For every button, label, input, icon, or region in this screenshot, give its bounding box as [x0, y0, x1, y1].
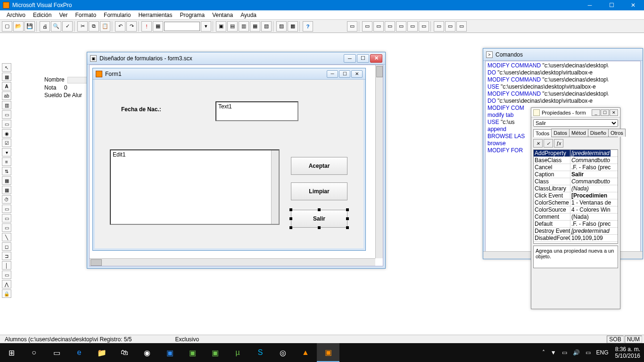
data-env-icon[interactable]: ▭	[362, 21, 372, 32]
form-icon[interactable]: ▣	[216, 21, 226, 32]
utorrent-icon[interactable]: µ	[226, 343, 249, 362]
copy-icon[interactable]: ⧉	[89, 21, 99, 32]
color-icon[interactable]: ▭	[396, 21, 406, 32]
prop-row[interactable]: AddProperty[predeterminad	[534, 150, 611, 157]
save-icon[interactable]: 💾	[25, 21, 35, 32]
open-icon[interactable]: 📂	[13, 21, 24, 32]
autoform-icon[interactable]: ▤	[227, 21, 238, 32]
tray-shield-icon[interactable]: ▼	[548, 349, 559, 356]
close-button[interactable]: ✕	[622, 0, 644, 10]
menu-programa[interactable]: Programa	[176, 12, 208, 18]
prop-cancel-button[interactable]: ✕	[533, 139, 543, 148]
textbox-ctrl-icon[interactable]: ab	[2, 91, 11, 100]
prop-row[interactable]: ClassCommandbutto	[534, 178, 618, 185]
foxpro-taskbar-icon[interactable]: ▣	[317, 343, 339, 362]
start-button[interactable]: ⊞	[0, 343, 23, 362]
new-icon[interactable]: ▢	[2, 21, 12, 32]
prop-accept-button[interactable]: ✓	[544, 139, 553, 148]
app2-icon[interactable]: ▣	[181, 343, 204, 362]
label-icon[interactable]: ▦	[250, 21, 260, 32]
separator-ctrl-icon[interactable]: │	[2, 261, 11, 270]
container-ctrl-icon[interactable]: ⊐	[2, 252, 11, 260]
props-icon[interactable]: ▭	[373, 21, 384, 32]
spinner-ctrl-icon[interactable]: ⇅	[2, 167, 11, 175]
print-icon[interactable]: 🖨	[40, 21, 50, 32]
disc-icon[interactable]: ◎	[272, 343, 294, 362]
designer-min-button[interactable]: ─	[344, 54, 356, 63]
wizard-icon[interactable]: ▨	[276, 21, 287, 32]
edge-icon[interactable]: e	[68, 343, 91, 362]
tab-datos[interactable]: Datos	[551, 129, 570, 137]
form1-window[interactable]: Form1 ─ ☐ ✕ Fecha de Nac.: Text1 Edit1 A…	[92, 68, 366, 251]
editbox-ctrl-icon[interactable]: ▥	[2, 101, 11, 109]
menu-ventana[interactable]: Ventana	[208, 12, 237, 18]
olebound-ctrl-icon[interactable]: ▭	[2, 223, 11, 232]
properties-object-combo[interactable]: Salir	[533, 119, 618, 127]
app1-icon[interactable]: ▣	[158, 343, 181, 362]
explorer-icon[interactable]: 📁	[91, 343, 113, 362]
prop-row[interactable]: BaseClassCommandbutto	[534, 157, 618, 164]
tray-network-icon[interactable]: ▭	[559, 349, 570, 356]
menu-formulario[interactable]: Formulario	[100, 12, 134, 18]
prop-row[interactable]: Comment(Nada)	[534, 214, 618, 221]
modify-icon[interactable]: ▦	[153, 21, 163, 32]
chevron-down-icon[interactable]: ▾	[201, 21, 211, 32]
taskview-icon[interactable]: ▭	[45, 343, 68, 362]
designer-vscroll[interactable]	[375, 65, 383, 258]
lock-icon[interactable]: ▭	[434, 21, 444, 32]
tab-diseno[interactable]: Diseño	[588, 129, 609, 137]
properties-grid[interactable]: AddProperty[predeterminadAutoSize.F. - F…	[533, 149, 618, 244]
field-nombre[interactable]	[67, 77, 87, 83]
undo-icon[interactable]: ↶	[115, 21, 125, 32]
list-ctrl-icon[interactable]: ≡	[2, 157, 11, 166]
run2-icon[interactable]: ▭	[456, 21, 467, 32]
properties-close-button[interactable]: ✕	[610, 109, 618, 116]
menu-ver[interactable]: Ver	[55, 12, 71, 18]
prop-row[interactable]: CaptionSalir	[534, 171, 618, 178]
ole-ctrl-icon[interactable]: ▭	[2, 214, 11, 222]
timer-ctrl-icon[interactable]: ⏱	[2, 195, 11, 204]
paste-icon[interactable]: 📋	[100, 21, 110, 32]
form1-min-button[interactable]: ─	[327, 70, 338, 78]
line-ctrl-icon[interactable]: ╲	[2, 233, 11, 241]
skype-icon[interactable]: S	[249, 343, 272, 362]
tab-todos[interactable]: Todos	[533, 129, 552, 137]
buttongroup-ctrl-icon[interactable]: ▭	[2, 120, 11, 128]
report-icon[interactable]: ▥	[239, 21, 249, 32]
database-combo[interactable]	[164, 22, 200, 31]
tab-metodos[interactable]: Métod	[569, 129, 588, 137]
menu-edicion[interactable]: Edición	[29, 12, 55, 18]
builderlock-icon[interactable]: ⋀	[2, 280, 11, 288]
designer-max-button[interactable]: ☐	[357, 54, 369, 63]
prop-row[interactable]: ColorScheme1 - Ventanas de	[534, 199, 618, 206]
prop-row[interactable]: Click Event[Procedimien	[534, 192, 618, 199]
menu-herramientas[interactable]: Herramientas	[134, 12, 176, 18]
check-ctrl-icon[interactable]: ☑	[2, 139, 11, 147]
designer-close-button[interactable]: ✕	[370, 54, 382, 63]
autoformat-icon[interactable]: ▭	[419, 21, 429, 32]
pointer-icon[interactable]: ↖	[2, 63, 11, 72]
spell-icon[interactable]: ✓	[62, 21, 73, 32]
code-icon[interactable]: ▭	[385, 21, 395, 32]
grid-ctrl-icon[interactable]: ▦	[2, 176, 11, 185]
vlc-icon[interactable]: ▲	[294, 343, 317, 362]
prop-row[interactable]: Destroy Event[predeterminad	[534, 228, 618, 235]
form-designer-window[interactable]: ▣ Diseñador de formularios - form3.scx ─…	[87, 52, 386, 269]
view-icon[interactable]: ▭	[445, 21, 455, 32]
maximize-button[interactable]: ☐	[601, 0, 622, 10]
cut-icon[interactable]: ✂	[77, 21, 88, 32]
tray-volume-icon[interactable]: 🔊	[570, 349, 583, 356]
prop-row[interactable]: ColorSource4 - Colores Win	[534, 206, 618, 214]
button-ctrl-icon[interactable]: ▭	[2, 110, 11, 119]
print-preview-icon[interactable]: 🔍	[51, 21, 61, 32]
label-ctrl-icon[interactable]: A	[2, 82, 11, 90]
chrome-icon[interactable]: ◉	[136, 343, 158, 362]
option-ctrl-icon[interactable]: ◉	[2, 129, 11, 138]
redo-icon[interactable]: ↷	[126, 21, 137, 32]
tray-chevron-icon[interactable]: ˄	[539, 349, 548, 356]
menu-formato[interactable]: Formato	[71, 12, 100, 18]
buttonlock-icon[interactable]: 🔒	[2, 289, 11, 298]
properties-max-button[interactable]: ☐	[601, 109, 609, 116]
prop-row[interactable]: Cancel.F. - Falso (prec	[534, 164, 618, 171]
form1-max-button[interactable]: ☐	[339, 70, 350, 78]
